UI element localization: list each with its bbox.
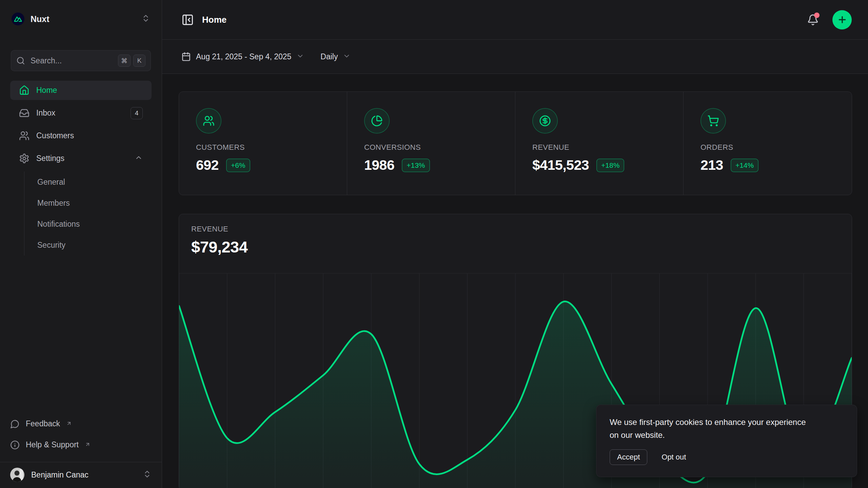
opt-out-button[interactable]: Opt out — [662, 450, 686, 465]
chevrons-up-down-icon — [141, 14, 150, 24]
sidebar-item-label: Home — [36, 86, 57, 95]
chevron-down-icon — [343, 52, 351, 61]
nuxt-logo-icon — [12, 13, 24, 25]
cookie-message: We use first-party cookies to enhance yo… — [610, 416, 806, 442]
stat-delta-badge: +13% — [402, 159, 430, 172]
help-support-label: Help & Support — [26, 440, 79, 449]
date-range-picker[interactable]: Aug 21, 2025 - Sep 4, 2025 — [181, 52, 304, 61]
pie-chart-icon — [364, 108, 390, 134]
sidebar-footer: Feedback Help & Support — [10, 415, 152, 456]
sidebar: Nuxt Search... ⌘ K Home Inbox 4 — [0, 0, 162, 488]
stat-label: CONVERSIONS — [364, 143, 501, 152]
inbox-count-badge: 4 — [131, 107, 143, 119]
sidebar-user-section: Benjamin Canac — [0, 462, 162, 488]
sidebar-item-label: Customers — [36, 131, 74, 140]
kbd-k: K — [133, 55, 145, 67]
stat-card-conversions[interactable]: CONVERSIONS 1986 +13% — [347, 92, 515, 195]
filter-bar: Aug 21, 2025 - Sep 4, 2025 Daily — [162, 40, 868, 74]
sidebar-item-security[interactable]: Security — [37, 235, 152, 256]
home-icon — [19, 85, 29, 96]
users-icon — [196, 108, 221, 134]
cookie-actions: Accept Opt out — [610, 449, 844, 465]
revenue-chart-value: $79,234 — [191, 238, 840, 256]
page-title: Home — [202, 15, 226, 25]
topbar-actions — [805, 10, 852, 29]
sidebar-item-label: Settings — [36, 154, 64, 163]
kbd-cmd: ⌘ — [118, 55, 131, 67]
sidebar-item-general[interactable]: General — [37, 171, 152, 192]
search-icon — [16, 56, 25, 65]
info-circle-icon — [10, 440, 20, 450]
stat-value: 213 — [701, 157, 723, 173]
calendar-icon — [181, 52, 191, 61]
notification-dot — [814, 13, 820, 18]
sidebar-collapse-button[interactable] — [181, 14, 194, 26]
team-switcher[interactable]: Nuxt — [10, 0, 152, 38]
users-icon — [19, 130, 29, 141]
date-range-value: Aug 21, 2025 - Sep 4, 2025 — [196, 52, 291, 61]
sidebar-nav: Home Inbox 4 Customers Settings General — [10, 81, 152, 256]
stats-row: CUSTOMERS 692 +6% CONVERSIONS 1986 +13% — [179, 92, 852, 195]
plus-icon — [837, 15, 847, 25]
sidebar-item-label: Inbox — [36, 108, 55, 118]
brand-name: Nuxt — [31, 14, 50, 24]
inbox-icon — [19, 108, 29, 118]
gear-icon — [19, 153, 29, 164]
external-link-icon — [85, 440, 91, 449]
sidebar-item-customers[interactable]: Customers — [10, 126, 152, 145]
stat-delta-badge: +14% — [731, 159, 758, 172]
stat-value: 692 — [196, 157, 219, 173]
search-placeholder: Search... — [31, 56, 62, 65]
dashboard-page: Nuxt Search... ⌘ K Home Inbox 4 — [0, 0, 868, 488]
chevron-up-icon — [135, 154, 143, 164]
sidebar-item-settings[interactable]: Settings — [10, 149, 152, 168]
chevrons-up-down-icon — [143, 470, 152, 480]
accept-button[interactable]: Accept — [610, 449, 647, 465]
stat-delta-badge: +6% — [226, 159, 250, 172]
feedback-link[interactable]: Feedback — [10, 415, 152, 434]
user-name: Benjamin Canac — [31, 470, 88, 480]
stat-card-orders[interactable]: ORDERS 213 +14% — [684, 92, 852, 195]
stat-card-revenue[interactable]: REVENUE $415,523 +18% — [515, 92, 684, 195]
external-link-icon — [66, 419, 72, 428]
help-support-link[interactable]: Help & Support — [10, 436, 152, 455]
sidebar-item-notifications[interactable]: Notifications — [37, 214, 152, 235]
topbar: Home — [162, 0, 868, 40]
cookie-banner: We use first-party cookies to enhance yo… — [596, 405, 857, 477]
add-button[interactable] — [832, 10, 852, 29]
chevron-down-icon — [296, 52, 304, 61]
stat-label: CUSTOMERS — [196, 143, 333, 152]
avatar — [10, 468, 24, 482]
sidebar-item-members[interactable]: Members — [37, 192, 152, 214]
shopping-cart-icon — [701, 108, 726, 134]
dollar-circle-icon — [532, 108, 558, 134]
panel-left-close-icon — [181, 14, 194, 26]
stat-card-customers[interactable]: CUSTOMERS 692 +6% — [179, 92, 347, 195]
search-kbd-hints: ⌘ K — [118, 55, 145, 67]
stat-value: 1986 — [364, 157, 394, 173]
user-menu[interactable]: Benjamin Canac — [10, 468, 152, 482]
sidebar-item-home[interactable]: Home — [10, 81, 152, 100]
settings-subnav: General Members Notifications Security — [24, 171, 152, 256]
revenue-chart-header: REVENUE $79,234 — [179, 214, 852, 256]
search-input[interactable]: Search... ⌘ K — [11, 50, 151, 71]
feedback-label: Feedback — [26, 419, 60, 428]
sidebar-item-inbox[interactable]: Inbox 4 — [10, 103, 152, 123]
stat-value: $415,523 — [532, 157, 589, 173]
granularity-select[interactable]: Daily — [320, 52, 351, 61]
notifications-button[interactable] — [805, 12, 821, 28]
revenue-chart-label: REVENUE — [191, 225, 840, 233]
granularity-value: Daily — [320, 52, 338, 61]
chat-bubble-icon — [10, 419, 20, 429]
stat-delta-badge: +18% — [596, 159, 624, 172]
stat-label: ORDERS — [701, 143, 838, 152]
stat-label: REVENUE — [532, 143, 670, 152]
